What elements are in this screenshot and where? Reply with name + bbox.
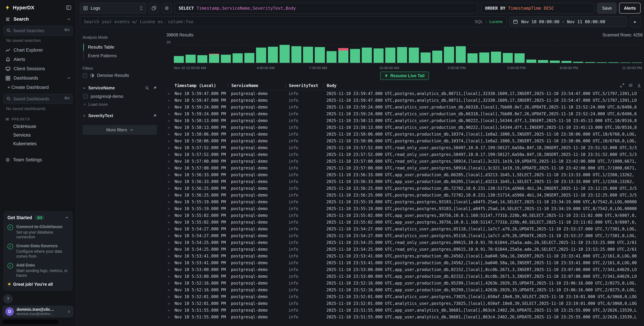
col-header-severitytext[interactable]: SeverityText — [286, 83, 323, 88]
log-row[interactable]: >Nov 10 5:52:01.000 PMpostgresql-demoinf… — [165, 300, 644, 307]
log-row[interactable]: >Nov 10 5:52:16.000 PMpostgresql-demoinf… — [165, 286, 644, 293]
log-row[interactable]: >Nov 10 5:52:16.000 PMpostgresql-demoinf… — [165, 280, 644, 286]
row-expand-chevron[interactable]: > — [165, 180, 174, 184]
mode-results-table[interactable]: Results Table — [84, 43, 157, 52]
log-row[interactable]: >Nov 10 5:59:24.000 PMpostgresql-demoinf… — [165, 104, 644, 111]
log-row[interactable]: >Nov 10 5:58:06.000 PMpostgresql-demoinf… — [165, 138, 644, 144]
chevron-up-icon[interactable] — [65, 216, 69, 219]
user-menu[interactable]: D dominic.tran@clic… dominic.tran@clickh… — [3, 305, 74, 317]
row-expand-chevron[interactable]: > — [165, 166, 174, 170]
log-row[interactable]: >Nov 10 5:52:01.000 PMpostgresql-demoinf… — [165, 293, 644, 300]
sidebar-item-team-settings[interactable]: ⚙ Team Settings — [3, 155, 74, 165]
col-header-servicename[interactable]: ServiceName — [228, 83, 286, 88]
log-row[interactable]: >Nov 10 5:51:55.000 PMpostgresql-demoinf… — [165, 307, 644, 314]
mode-event-patterns[interactable]: Event Patterns — [84, 52, 157, 60]
saved-searches-input[interactable] — [4, 26, 73, 36]
row-expand-chevron[interactable]: > — [165, 220, 174, 224]
sidebar-item-clickhouse[interactable]: ClickHouse — [3, 122, 74, 131]
log-row[interactable]: >Nov 10 5:53:41.000 PMpostgresql-demoinf… — [165, 259, 644, 266]
log-row[interactable]: >Nov 10 5:54:27.000 PMpostgresql-demoinf… — [165, 232, 644, 239]
row-expand-chevron[interactable]: > — [165, 200, 174, 204]
row-expand-chevron[interactable]: > — [165, 274, 174, 279]
row-expand-chevron[interactable]: > — [165, 119, 174, 123]
query-settings-button[interactable]: ⚙ — [162, 3, 172, 14]
log-row[interactable]: >Nov 10 5:57:00.000 PMpostgresql-demoinf… — [165, 158, 644, 165]
log-row[interactable]: >Nov 10 5:53:00.000 PMpostgresql-demoinf… — [165, 266, 644, 273]
row-expand-chevron[interactable]: > — [165, 254, 174, 258]
row-expand-chevron[interactable]: > — [165, 92, 174, 96]
log-row[interactable]: >Nov 10 5:56:33.000 PMpostgresql-demoinf… — [165, 171, 644, 178]
sidebar-item-alerts[interactable]: Alerts — [3, 55, 74, 64]
row-expand-chevron[interactable]: > — [165, 186, 174, 191]
row-expand-chevron[interactable]: > — [165, 125, 174, 130]
saved-dashboards-input[interactable] — [4, 94, 73, 104]
col-header-body[interactable]: Body — [323, 83, 644, 88]
row-expand-chevron[interactable]: > — [165, 268, 174, 272]
row-expand-chevron[interactable]: > — [165, 207, 174, 211]
sidebar-item-search[interactable]: Search — [3, 15, 74, 24]
alerts-button[interactable]: Alerts — [619, 3, 640, 14]
sidebar-item-dashboards[interactable]: Dashboards — [3, 74, 74, 83]
log-row[interactable]: >Nov 10 5:51:55.000 PMpostgresql-demoinf… — [165, 314, 644, 320]
help-button[interactable]: ? — [4, 294, 12, 303]
log-row[interactable]: >Nov 10 5:59:47.000 PMpostgresql-demoinf… — [165, 97, 644, 104]
pin-icon[interactable] — [153, 86, 157, 90]
log-row[interactable]: >Nov 10 5:56:33.000 PMpostgresql-demoinf… — [165, 178, 644, 185]
row-expand-chevron[interactable]: > — [165, 308, 174, 312]
log-row[interactable]: >Nov 10 5:59:24.000 PMpostgresql-demoinf… — [165, 111, 644, 117]
sidebar-item-chart-explorer[interactable]: Chart Explorer — [3, 46, 74, 55]
log-row[interactable]: >Nov 10 5:58:13.000 PMpostgresql-demoinf… — [165, 124, 644, 131]
log-row[interactable]: >Nov 10 5:55:02.000 PMpostgresql-demoinf… — [165, 219, 644, 226]
sidebar-item-services[interactable]: Services — [3, 131, 74, 139]
log-row[interactable]: >Nov 10 5:53:00.000 PMpostgresql-demoinf… — [165, 273, 644, 280]
sql-mode-toggle[interactable]: SQL — [475, 19, 483, 24]
row-expand-chevron[interactable]: > — [165, 234, 174, 238]
sidebar-item-kubernetes[interactable]: Kubernetes — [3, 139, 74, 148]
sidebar-item-client-sessions[interactable]: Client Sessions — [3, 64, 74, 74]
row-expand-chevron[interactable]: > — [165, 146, 174, 150]
select-columns-field[interactable]: SELECT Timestamp,ServiceName,SeverityTex… — [174, 3, 478, 14]
log-row[interactable]: >Nov 10 5:53:41.000 PMpostgresql-demoinf… — [165, 253, 644, 259]
col-header-timestamp[interactable]: Timestamp (Local) — [174, 83, 228, 88]
load-more-button[interactable]: Load more — [82, 101, 157, 108]
log-row[interactable]: >Nov 10 5:56:25.000 PMpostgresql-demoinf… — [165, 192, 644, 199]
row-expand-chevron[interactable]: > — [165, 281, 174, 285]
row-expand-chevron[interactable]: > — [165, 261, 174, 265]
row-expand-chevron[interactable]: > — [165, 240, 174, 245]
row-expand-chevron[interactable]: > — [165, 227, 174, 231]
row-expand-chevron[interactable]: > — [165, 159, 174, 164]
denoise-results-option[interactable]: Denoise Results — [82, 71, 157, 80]
row-expand-chevron[interactable]: > — [165, 315, 174, 319]
source-select[interactable]: Logs — [80, 3, 146, 14]
row-expand-chevron[interactable]: > — [165, 105, 174, 109]
log-row[interactable]: >Nov 10 5:55:19.000 PMpostgresql-demoinf… — [165, 199, 644, 205]
resume-live-tail-button[interactable]: Resume Live Tail — [380, 72, 429, 80]
log-row[interactable]: >Nov 10 5:57:52.000 PMpostgresql-demoinf… — [165, 144, 644, 151]
denoise-checkbox[interactable] — [82, 73, 87, 78]
search-icon[interactable] — [145, 86, 149, 90]
lucene-mode-toggle[interactable]: Lucene — [489, 19, 502, 24]
events-histogram[interactable]: 2K Nov 10 12:00:00 AM4:00:00 AM7:00:00 A… — [166, 40, 642, 70]
filter-group-severitytext[interactable]: SeverityText — [82, 112, 157, 120]
table-settings-icon[interactable] — [628, 83, 633, 88]
row-expand-chevron[interactable]: > — [165, 173, 174, 177]
row-expand-chevron[interactable]: > — [165, 193, 174, 197]
log-row[interactable]: >Nov 10 5:57:52.000 PMpostgresql-demoinf… — [165, 151, 644, 158]
run-query-button[interactable]: ▸ — [630, 16, 640, 27]
more-filters-button[interactable]: More filters — [82, 125, 157, 135]
log-row[interactable]: >Nov 10 5:54:27.000 PMpostgresql-demoinf… — [165, 226, 644, 232]
log-row[interactable]: >Nov 10 5:55:19.000 PMpostgresql-demoinf… — [165, 205, 644, 212]
row-expand-chevron[interactable]: > — [165, 132, 174, 136]
row-expand-chevron[interactable]: > — [165, 247, 174, 251]
facet-checkbox[interactable] — [83, 94, 88, 99]
row-expand-chevron[interactable]: > — [165, 112, 174, 116]
log-row[interactable]: >Nov 10 5:58:13.000 PMpostgresql-demoinf… — [165, 117, 644, 124]
facet-postgresql-demo[interactable]: postgresql-demo — [82, 92, 157, 101]
expand-table-icon[interactable] — [620, 83, 624, 88]
row-expand-chevron[interactable]: > — [165, 153, 174, 157]
event-search-input[interactable] — [84, 19, 471, 24]
collapse-sidebar-icon[interactable] — [66, 5, 71, 10]
order-by-field[interactable]: ORDER BY TimestampTime DESC — [481, 3, 594, 14]
log-row[interactable]: >Nov 10 5:57:00.000 PMpostgresql-demoinf… — [165, 165, 644, 171]
row-expand-chevron[interactable]: > — [165, 288, 174, 292]
